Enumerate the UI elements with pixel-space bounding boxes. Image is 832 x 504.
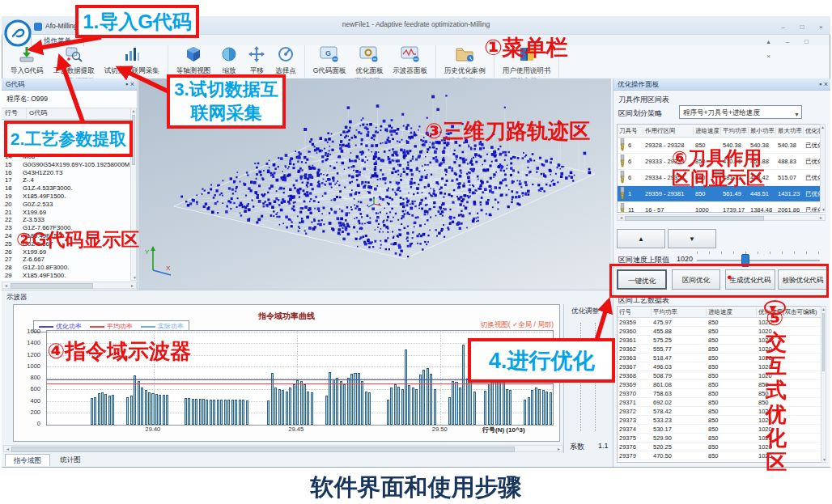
speed-limit-slider[interactable] [697, 260, 820, 261]
tool-table-row[interactable]: 1116 - 5710001739.171384.482061.86已优化 [618, 202, 825, 213]
chart-hscrollbar[interactable]: ◄► [3, 445, 563, 452]
one-click-optimize-button[interactable]: 一键优化 [617, 269, 667, 290]
toolpath-3d-viewport[interactable]: Y X [138, 78, 611, 290]
tab-command-domain[interactable]: 指令域图 [5, 454, 50, 466]
data-table-row[interactable]: 29370758.63850850 [618, 389, 826, 398]
gcode-row[interactable]: 22Z-3.533 [2, 216, 129, 224]
interval-process-data-table[interactable]: 行号平均功率进给速度优化速度(双击可编辑)29359475.9785010202… [617, 306, 826, 463]
power-bar [408, 385, 410, 425]
data-table-column-header: 平均功率 [652, 308, 707, 316]
adjust-slider-handle[interactable] [576, 371, 586, 380]
data-table-row[interactable]: 29361575.258501020 [618, 336, 826, 345]
close-button[interactable]: × [813, 22, 829, 32]
gcode-row[interactable]: 23G1Z-7.667F3000. [2, 224, 129, 232]
power-bar [462, 345, 465, 425]
tool-table-vscrollbar[interactable]: ▲▼ [820, 124, 826, 213]
interval-optimize-button[interactable]: 区间优化 [672, 269, 720, 290]
ribbon-button-extract-params[interactable]: 工艺数据提取 [49, 45, 100, 76]
gcode-row[interactable]: 24X185.49F1500. [2, 232, 129, 240]
ribbon-tab-menu[interactable]: 操作菜单 [31, 34, 84, 46]
move-down-button[interactable]: ▼ [668, 229, 716, 248]
tool-table-row[interactable]: 629333 - 29333850470.06455.88488.83已优化 [618, 154, 825, 170]
gcode-row[interactable]: 27Z-6.667 [2, 256, 129, 264]
gcode-row[interactable]: 20G0Z-2.533 [2, 201, 129, 209]
gcode-line-number: 14 [2, 153, 23, 161]
gcode-row[interactable]: 19X185.49F1500. [2, 193, 129, 201]
gcode-line-number: 25 [2, 240, 23, 248]
strategy-dropdown[interactable]: 程序号+刀具号+进给速度 ▼ [679, 105, 802, 119]
ribbon-button-import-gcode[interactable]: 导入G代码 [6, 45, 49, 76]
gcode-row[interactable]: 28G1Z-10.8F3000. [2, 264, 129, 272]
data-table-row[interactable]: 29379470.508501020 [618, 451, 826, 460]
ribbon-button-history[interactable]: 历史优化案例 [439, 45, 490, 76]
switch-view-link[interactable]: 切换视图( ✓全局 / 局部) [455, 320, 554, 330]
gcode-panel-close-icon[interactable]: ▪ × [125, 78, 134, 91]
data-table-row[interactable]: 29380456.338501020 [618, 460, 826, 463]
gcode-row[interactable]: 14M08 [2, 153, 129, 161]
tool-interval-table[interactable]: 刀具号作用行区间进给速度平均功率最小功率最大功率优化状态629328 - 293… [617, 124, 826, 213]
gcode-row[interactable]: 17Z-.4 [2, 176, 129, 184]
ribbon-button-manual[interactable]: 用户使用说明书 [498, 45, 556, 76]
figure-caption: 软件界面和使用步骤 [0, 472, 832, 504]
move-up-button[interactable]: ▲ [617, 229, 665, 248]
generate-code-button[interactable]: ● 生成优化代码 [725, 269, 775, 290]
power-bar [126, 397, 129, 425]
data-table-cell: 1020 [757, 354, 821, 362]
tool-table-row[interactable]: 129359 - 29381850561.49448.511431.23已优化 [618, 186, 825, 202]
data-table-row[interactable]: 29373533.238501020 [618, 416, 826, 425]
data-table-row[interactable]: 29368508.798501020 [618, 371, 826, 380]
data-table-row[interactable]: 29372578.428501020 [618, 407, 826, 416]
data-table-row[interactable]: 29371692.02850850 [618, 398, 826, 407]
data-table-row[interactable]: 29374530.178501020 [618, 425, 826, 434]
power-bar [484, 391, 486, 425]
restore-button[interactable]: □ [794, 22, 809, 32]
gcode-horizontal-scrollbar[interactable]: ◄ ► [2, 282, 137, 289]
gcode-row[interactable]: 25G0Z-5.667 [2, 240, 129, 248]
pin-ribbon-button[interactable]: ▴ [761, 36, 776, 47]
ribbon-button-zoom[interactable]: 缩放 [215, 45, 243, 76]
data-table-row[interactable]: 29369861.08850850 [618, 380, 826, 389]
verify-code-button[interactable]: 校验优化代码 [778, 269, 828, 290]
data-table-cell: 850 [707, 452, 757, 460]
slider-handle[interactable] [741, 254, 749, 267]
gcode-row[interactable]: 29X185.49F1500. [2, 272, 129, 280]
ribbon-button-data-collect[interactable]: 试切数据联网采集 [100, 45, 164, 76]
data-table-row[interactable]: 29363518.478501020 [618, 354, 826, 362]
data-table-cell: 1020 [757, 319, 821, 326]
gcode-row[interactable]: 15G0G90G54X199.69Y-105.19258000M [2, 161, 129, 169]
ribbon-button-opt-panel[interactable]: 优化面板 [350, 45, 388, 76]
gcode-vertical-scrollbar[interactable]: ▲ ▼ [130, 108, 137, 281]
ribbon-button-gcode-panel[interactable]: GG代码面板 [308, 45, 351, 76]
data-table-row[interactable]: 29376520.258501020 [618, 443, 826, 451]
data-table-row[interactable]: 29362555.778501020 [618, 345, 826, 354]
tab-statistics[interactable]: 统计图 [52, 454, 89, 466]
ribbon-button-scope-panel[interactable]: 示波器面板 [388, 45, 432, 76]
gcode-row[interactable]: 16G43H1Z20.T3 [2, 169, 129, 177]
gcode-row[interactable]: 21X199.69 [2, 209, 129, 217]
gcode-row[interactable]: 26X199.69 [2, 248, 129, 256]
ribbon-button-iso-view[interactable]: 等轴测视图 [172, 45, 216, 76]
tool-table-row[interactable]: 629328 - 29328850540.38540.38540.38已优化 [618, 138, 825, 154]
data-table-row[interactable]: 29359475.978501020 [618, 318, 826, 327]
minimize-button[interactable]: – [775, 22, 791, 32]
power-bar [101, 392, 104, 425]
tool-table-row[interactable]: 629334 - 29358850481.73448.42515.07已优化 [618, 170, 825, 186]
restore-button-2[interactable]: □ [799, 36, 814, 47]
power-bar [452, 381, 454, 425]
ribbon-button-pan[interactable]: 平移 [243, 45, 270, 76]
gcode-row[interactable]: 18G1Z-4.533F3000. [2, 184, 129, 193]
adjust-slider-2[interactable] [595, 323, 596, 431]
data-table-row[interactable]: 29375529.908501020 [618, 434, 826, 443]
close-button-2[interactable]: × [761, 51, 776, 61]
data-table-vscrollbar[interactable]: ▲ ▼ [821, 306, 826, 463]
power-bar [455, 382, 457, 425]
ribbon-button-pick-point[interactable]: 选择点 [270, 45, 301, 76]
optimization-panel-close-icon[interactable]: ▪ × [819, 78, 828, 91]
data-table-row[interactable]: 29367496.038501020 [618, 362, 826, 371]
tool-number: 1 [628, 190, 631, 197]
power-bar [235, 400, 237, 425]
gcode-column-header: 行号 G代码 [2, 108, 132, 120]
tool-table-hscrollbar[interactable]: ◄► [617, 214, 826, 221]
data-table-row[interactable]: 29360455.888501020 [618, 327, 826, 336]
minimize-button-2[interactable]: – [779, 36, 795, 47]
